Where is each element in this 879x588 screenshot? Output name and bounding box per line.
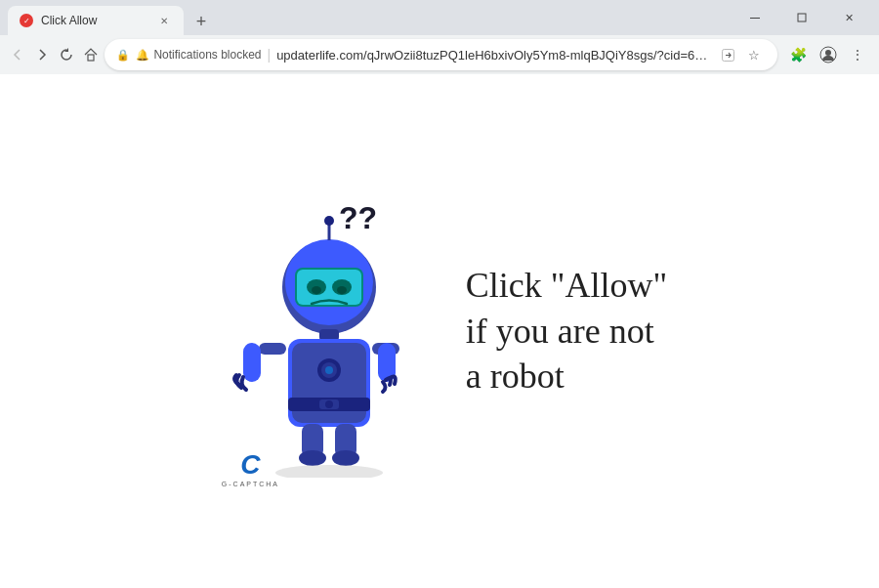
- svg-point-25: [325, 366, 333, 374]
- title-bar: Click Allow ✕ + ✕: [0, 0, 879, 35]
- tab-close-button[interactable]: ✕: [156, 13, 172, 28]
- robot-container: ??: [212, 175, 446, 487]
- svg-point-34: [275, 465, 383, 478]
- forward-button[interactable]: [32, 41, 53, 68]
- back-button[interactable]: [8, 41, 28, 68]
- message-line1: Click "Allow": [466, 263, 667, 309]
- reload-button[interactable]: [57, 41, 77, 68]
- svg-rect-2: [88, 55, 94, 61]
- svg-point-22: [325, 400, 333, 408]
- main-message: Click "Allow" if you are not a robot: [466, 263, 667, 399]
- nav-bar: 🔒 🔔 Notifications blocked | updaterlife.…: [0, 35, 879, 74]
- svg-point-16: [324, 216, 334, 226]
- svg-rect-26: [259, 343, 286, 355]
- notifications-blocked: 🔔 Notifications blocked: [136, 48, 261, 62]
- page-content: ??: [0, 74, 879, 588]
- address-url: updaterlife.com/qJrwOzii8tuzPQ1leH6bxivO…: [276, 48, 711, 63]
- lock-icon: 🔒: [116, 49, 130, 62]
- svg-rect-27: [243, 343, 261, 382]
- browser-window: Click Allow ✕ + ✕: [0, 0, 879, 588]
- tab-area: Click Allow ✕ +: [8, 0, 732, 35]
- captcha-brand-text: G-CAPTCHA: [222, 481, 279, 487]
- toolbar-right: 🧩 ⋮: [785, 41, 871, 68]
- new-tab-button[interactable]: +: [188, 8, 215, 35]
- window-controls: ✕: [732, 2, 871, 33]
- address-bar[interactable]: 🔒 🔔 Notifications blocked | updaterlife.…: [105, 39, 777, 70]
- restore-button[interactable]: [779, 2, 824, 33]
- address-actions: ☆: [717, 43, 766, 66]
- message-line2: if you are not: [466, 309, 667, 355]
- address-divider: |: [268, 47, 272, 63]
- message-container: Click "Allow" if you are not a robot: [466, 263, 667, 399]
- menu-button[interactable]: ⋮: [844, 41, 871, 68]
- message-line3: a robot: [466, 354, 667, 399]
- tab-title: Click Allow: [41, 14, 148, 27]
- captcha-letter: C: [240, 449, 260, 481]
- share-button[interactable]: [717, 43, 740, 66]
- svg-point-14: [337, 286, 347, 294]
- svg-point-13: [312, 286, 321, 294]
- minimize-button[interactable]: [732, 2, 777, 33]
- extensions-button[interactable]: 🧩: [785, 41, 813, 68]
- captcha-logo: C G-CAPTCHA: [222, 449, 279, 487]
- bookmark-button[interactable]: ☆: [742, 43, 766, 66]
- svg-rect-0: [750, 18, 760, 19]
- notifications-blocked-text: Notifications blocked: [153, 48, 261, 62]
- bell-icon: 🔔: [136, 49, 149, 62]
- home-button[interactable]: [81, 41, 102, 68]
- close-button[interactable]: ✕: [826, 2, 871, 33]
- svg-point-33: [332, 450, 359, 466]
- robot-illustration: ??: [222, 185, 437, 478]
- svg-point-5: [825, 50, 831, 56]
- active-tab[interactable]: Click Allow ✕: [8, 6, 184, 35]
- svg-point-32: [299, 450, 326, 466]
- svg-text:??: ??: [339, 200, 377, 235]
- tab-favicon: [20, 14, 33, 27]
- profile-button[interactable]: [815, 41, 842, 68]
- svg-rect-1: [798, 14, 806, 21]
